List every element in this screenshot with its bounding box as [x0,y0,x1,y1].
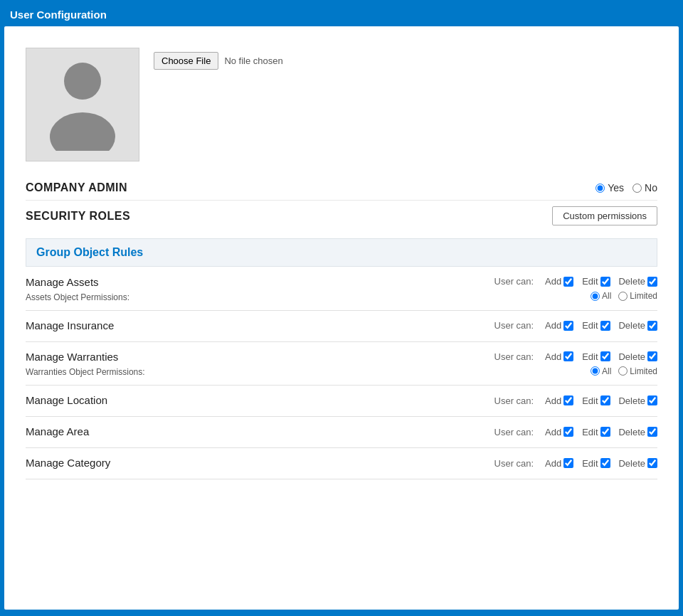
user-can-label-area: User can: [494,427,534,437]
table-row: Manage Warranties Warranties Object Perm… [26,341,657,386]
delete-checkbox-area[interactable] [647,427,657,437]
rule-label-manage-warranties: Manage Warranties [26,342,342,366]
delete-perm-insurance[interactable]: Delete [618,320,657,331]
add-perm-area[interactable]: Add [545,427,573,437]
rule-label-manage-location: Manage Location [26,386,342,409]
no-radio-label[interactable]: No [632,182,657,193]
table-row: Manage Location User can: Add Edit Dele [26,386,657,417]
delete-checkbox-assets[interactable] [647,277,657,287]
avatar-section: Choose File No file chosen [26,41,657,161]
add-perm-assets[interactable]: Add [545,276,573,287]
limited-radio-warranties[interactable]: Limited [618,366,657,376]
no-radio[interactable] [632,184,642,193]
add-checkbox-location[interactable] [563,395,573,405]
limited-radio-input-warranties[interactable] [618,366,628,376]
delete-checkbox-insurance[interactable] [647,321,657,331]
edit-perm-warranties[interactable]: Edit [582,351,610,362]
no-label: No [645,182,657,193]
delete-perm-warranties[interactable]: Delete [618,351,657,362]
edit-perm-assets[interactable]: Edit [582,276,610,287]
delete-perm-area[interactable]: Delete [618,427,657,437]
user-can-label-location: User can: [494,395,534,406]
limited-radio-input-assets[interactable] [618,292,628,301]
delete-checkbox-location[interactable] [647,395,657,405]
delete-checkbox-warranties[interactable] [647,351,657,361]
table-row: Manage Insurance User can: Add Edit Del [26,310,657,341]
edit-perm-category[interactable]: Edit [582,458,610,469]
user-can-label-insurance: User can: [494,320,534,331]
edit-checkbox-area[interactable] [600,427,610,437]
rule-label-manage-assets: Manage Assets [26,267,342,291]
edit-checkbox-location[interactable] [600,395,610,405]
all-radio-warranties[interactable]: All [591,366,611,376]
group-rules-header: Group Object Rules [26,238,657,267]
company-admin-row: COMPANY ADMIN Yes No [26,176,657,201]
yes-radio-label[interactable]: Yes [595,182,624,193]
rule-controls-manage-assets: User can: Add Edit Delete [342,267,657,290]
rule-controls-manage-insurance: User can: Add Edit Delete [342,311,657,334]
rule-label-manage-area: Manage Area [26,417,342,440]
user-can-label-assets: User can: [494,276,534,287]
svg-point-0 [64,63,101,100]
rule-controls-manage-category: User can: Add Edit Delete [342,449,657,472]
delete-perm-location[interactable]: Delete [618,395,657,406]
rule-sub-label-manage-warranties: Warranties Object Permissions: [26,366,342,384]
avatar-box [26,48,139,161]
rule-label-manage-category: Manage Category [26,448,342,472]
limited-radio-assets[interactable]: Limited [618,291,657,301]
edit-checkbox-assets[interactable] [600,277,610,287]
table-row: Manage Assets Assets Object Permissions:… [26,267,657,310]
company-admin-radio-group: Yes No [595,182,657,193]
delete-checkbox-category[interactable] [647,458,657,468]
security-roles-row: SECURITY ROLES Custom permissions [26,201,657,231]
security-roles-label: SECURITY ROLES [26,210,130,223]
choose-file-button[interactable]: Choose File [154,52,218,70]
window-title: User Configuration [10,9,107,21]
edit-checkbox-warranties[interactable] [600,351,610,361]
custom-permissions-button[interactable]: Custom permissions [552,206,657,225]
company-admin-label: COMPANY ADMIN [26,181,127,194]
user-can-label-warranties: User can: [494,351,534,362]
user-can-label-category: User can: [494,458,534,469]
table-row: Manage Area User can: Add Edit Delete [26,417,657,448]
rule-sub-controls-warranties: All Limited [342,365,657,386]
rule-controls-manage-warranties: User can: Add Edit Delete [342,342,657,365]
delete-perm-category[interactable]: Delete [618,458,657,469]
rule-label-manage-insurance: Manage Insurance [26,311,342,334]
all-radio-assets[interactable]: All [591,291,611,301]
all-radio-input-assets[interactable] [591,292,600,301]
add-checkbox-category[interactable] [563,458,573,468]
yes-label: Yes [608,182,624,193]
add-checkbox-insurance[interactable] [563,321,573,331]
file-chooser: Choose File No file chosen [154,48,283,70]
add-perm-category[interactable]: Add [545,458,573,469]
add-perm-warranties[interactable]: Add [545,351,573,362]
edit-checkbox-category[interactable] [600,458,610,468]
add-perm-insurance[interactable]: Add [545,320,573,331]
edit-perm-area[interactable]: Edit [582,427,610,437]
avatar-icon [47,58,118,151]
main-content: Choose File No file chosen COMPANY ADMIN… [4,26,679,610]
table-row: Manage Category User can: Add Edit Dele [26,448,657,479]
window-title-bar: User Configuration [4,4,679,26]
group-rules-title: Group Object Rules [36,246,143,258]
svg-point-1 [50,112,115,151]
add-checkbox-warranties[interactable] [563,351,573,361]
add-checkbox-area[interactable] [563,427,573,437]
delete-perm-assets[interactable]: Delete [618,276,657,287]
add-checkbox-assets[interactable] [563,277,573,287]
rule-sub-label-manage-assets: Assets Object Permissions: [26,291,342,309]
rules-table: Manage Assets Assets Object Permissions:… [26,267,657,479]
edit-perm-insurance[interactable]: Edit [582,320,610,331]
no-file-label: No file chosen [224,55,282,66]
edit-checkbox-insurance[interactable] [600,321,610,331]
yes-radio[interactable] [595,184,605,193]
edit-perm-location[interactable]: Edit [582,395,610,406]
rule-controls-manage-location: User can: Add Edit Delete [342,386,657,409]
add-perm-location[interactable]: Add [545,395,573,406]
rule-controls-manage-area: User can: Add Edit Delete [342,418,657,440]
all-radio-input-warranties[interactable] [591,366,600,376]
rule-sub-controls-assets: All Limited [342,290,657,310]
